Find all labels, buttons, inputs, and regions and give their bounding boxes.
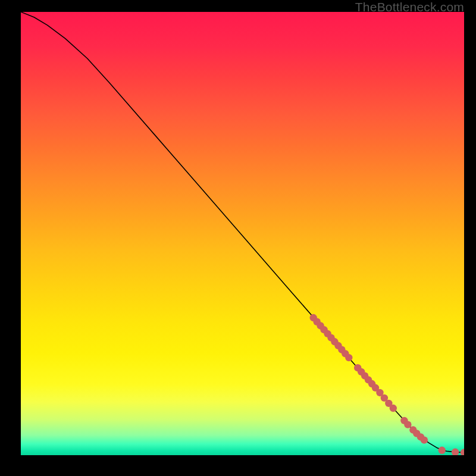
marker-group: [310, 314, 465, 455]
plot-area: [21, 12, 464, 455]
data-marker: [439, 447, 446, 454]
data-marker: [461, 449, 464, 455]
data-marker: [421, 436, 428, 443]
chart-frame: TheBottleneck.com: [0, 0, 476, 476]
data-marker: [390, 405, 397, 412]
data-marker: [404, 421, 411, 428]
data-marker: [452, 449, 459, 455]
chart-svg: [21, 12, 464, 455]
curve-line: [21, 12, 464, 453]
data-marker: [345, 354, 352, 361]
